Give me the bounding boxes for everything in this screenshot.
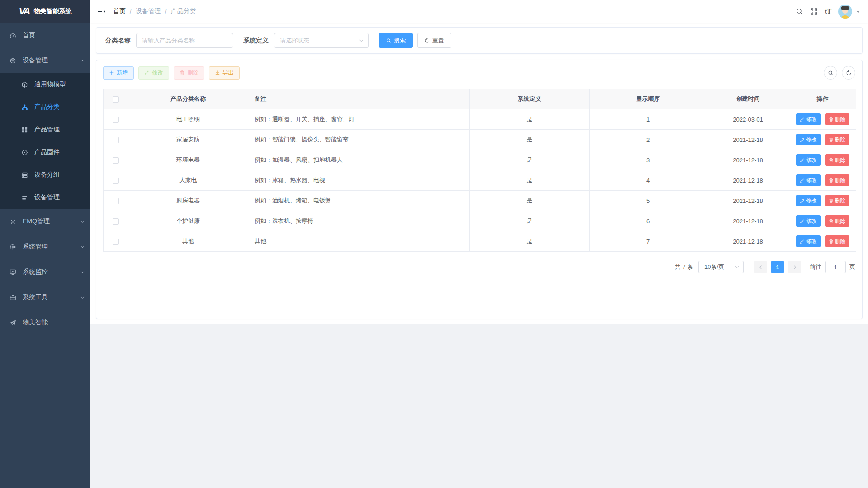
row-checkbox[interactable]: [113, 117, 119, 123]
cell-category-name: 大家电: [128, 170, 248, 191]
row-checkbox[interactable]: [113, 137, 119, 143]
sidebar-item-product-category[interactable]: 产品分类: [0, 96, 90, 118]
row-edit-button[interactable]: 修改: [796, 195, 821, 206]
row-edit-button[interactable]: 修改: [796, 113, 821, 125]
chevron-up-icon: [80, 58, 85, 63]
cell-remark: 例如：通断器、开关、插座、窗帘、灯: [248, 109, 470, 130]
row-edit-button[interactable]: 修改: [796, 215, 821, 227]
trash-icon: [179, 70, 185, 75]
cell-order: 3: [590, 150, 707, 170]
trash-icon: [829, 158, 834, 163]
monitor-icon: [9, 269, 16, 276]
caret-down-icon[interactable]: [856, 11, 860, 14]
row-checkbox[interactable]: [113, 218, 119, 225]
search-button[interactable]: 搜索: [379, 33, 413, 48]
sidebar-item-device-group[interactable]: 设备分组: [0, 164, 90, 186]
sidebar-item-system-tools[interactable]: 系统工具: [0, 285, 90, 310]
row-edit-button[interactable]: 修改: [796, 174, 821, 186]
chevron-down-icon: [80, 219, 85, 224]
page-1-button[interactable]: 1: [771, 261, 784, 273]
row-checkbox[interactable]: [113, 198, 119, 204]
refresh-table-button[interactable]: [842, 66, 855, 80]
goto-page-input[interactable]: [825, 261, 846, 273]
app-logo[interactable]: VA 物美智能系统: [0, 0, 90, 23]
sidebar-item-general-thing-model[interactable]: 通用物模型: [0, 73, 90, 96]
sidebar-submenu: 通用物模型产品分类产品管理产品固件设备分组设备管理: [0, 73, 90, 209]
row-edit-button[interactable]: 修改: [796, 154, 821, 166]
search-icon: [386, 38, 392, 43]
column-header-sysdef: 系统定义: [470, 89, 590, 109]
header-search-icon[interactable]: [796, 8, 803, 15]
cell-category-name: 电工照明: [128, 109, 248, 130]
category-name-input[interactable]: [136, 33, 233, 48]
row-checkbox[interactable]: [113, 239, 119, 245]
row-checkbox[interactable]: [113, 178, 119, 184]
breadcrumb-item[interactable]: 首页: [113, 7, 126, 15]
avatar[interactable]: [838, 5, 852, 19]
category-table: 产品分类名称 备注 系统定义 显示顺序 创建时间 操作 电工照明例如：通断器、开…: [103, 89, 856, 252]
sidebar-item-system-management[interactable]: 系统管理: [0, 234, 90, 259]
sidebar-item-product-management[interactable]: 产品管理: [0, 118, 90, 141]
pencil-icon: [800, 158, 805, 163]
chevron-down-icon: [80, 270, 85, 275]
add-button[interactable]: 新增: [103, 66, 134, 80]
trash-icon: [829, 219, 834, 224]
toggle-search-button[interactable]: [824, 66, 837, 80]
row-delete-button[interactable]: 删除: [825, 235, 849, 247]
column-header-name: 产品分类名称: [128, 89, 248, 109]
cell-sysdef: 是: [470, 191, 590, 211]
server-icon: [21, 172, 28, 178]
row-delete-button[interactable]: 删除: [825, 195, 849, 206]
sidebar-item-device-list[interactable]: 设备管理: [0, 186, 90, 209]
row-edit-button[interactable]: 修改: [796, 134, 821, 145]
font-size-icon[interactable]: tT: [825, 8, 831, 15]
cell-remark: 例如：洗衣机、按摩椅: [248, 211, 470, 231]
export-button[interactable]: 导出: [209, 66, 240, 80]
sidebar-item-device-management[interactable]: 设备管理: [0, 48, 90, 73]
filter-name-label: 分类名称: [105, 37, 131, 45]
pencil-icon: [800, 198, 805, 203]
cell-remark: 例如：油烟机、烤箱、电饭煲: [248, 191, 470, 211]
sidebar-item-wumei-smart[interactable]: 物美智能: [0, 310, 90, 335]
avatar-hair: [841, 6, 849, 10]
target-icon: [21, 149, 28, 156]
column-header-order: 显示顺序: [590, 89, 707, 109]
avatar-shirt: [841, 15, 849, 19]
sidebar-item-product-firmware[interactable]: 产品固件: [0, 141, 90, 164]
cell-category-name: 环境电器: [128, 150, 248, 170]
sidebar-item-system-monitor[interactable]: 系统监控: [0, 259, 90, 285]
logo-icon: VA: [19, 5, 29, 17]
sidebar-item-emq-management[interactable]: EMQ管理: [0, 209, 90, 234]
row-edit-button[interactable]: 修改: [796, 235, 821, 247]
prev-page-button[interactable]: [754, 261, 767, 273]
cell-category-name: 家居安防: [128, 130, 248, 150]
row-delete-button[interactable]: 删除: [825, 154, 849, 166]
cell-created: 2022-03-01: [707, 109, 789, 130]
row-checkbox[interactable]: [113, 157, 119, 164]
delete-button[interactable]: 删除: [174, 66, 204, 80]
sidebar-toggle-icon[interactable]: [97, 7, 106, 16]
sidebar-item-home[interactable]: 首页: [0, 23, 90, 48]
cell-created: 2021-12-18: [707, 150, 789, 170]
reset-button[interactable]: 重置: [417, 33, 451, 48]
table-row: 个护健康例如：洗衣机、按摩椅是62021-12-18修改删除: [104, 211, 856, 231]
fullscreen-icon[interactable]: [810, 8, 818, 15]
row-delete-button[interactable]: 删除: [825, 215, 849, 227]
row-delete-button[interactable]: 删除: [825, 174, 849, 186]
table-row: 厨房电器例如：油烟机、烤箱、电饭煲是52021-12-18修改删除: [104, 191, 856, 211]
select-all-checkbox[interactable]: [113, 96, 119, 103]
table-row: 大家电例如：冰箱、热水器、电视是42021-12-18修改删除: [104, 170, 856, 191]
row-delete-button[interactable]: 删除: [825, 134, 849, 145]
next-page-button[interactable]: [788, 261, 801, 273]
gear-icon: [9, 244, 16, 250]
pencil-icon: [800, 178, 805, 183]
breadcrumb: 首页/设备管理/产品分类: [113, 7, 196, 15]
table-row: 环境电器例如：加湿器、风扇、扫地机器人是32021-12-18修改删除: [104, 150, 856, 170]
trash-icon: [829, 239, 834, 244]
page-size-select[interactable]: 10条/页: [698, 261, 744, 273]
row-delete-button[interactable]: 删除: [825, 113, 849, 125]
edit-button[interactable]: 修改: [138, 66, 169, 80]
sysdef-select[interactable]: 请选择状态: [274, 33, 369, 48]
column-header-remark: 备注: [248, 89, 470, 109]
toolbar-right: [824, 66, 855, 80]
